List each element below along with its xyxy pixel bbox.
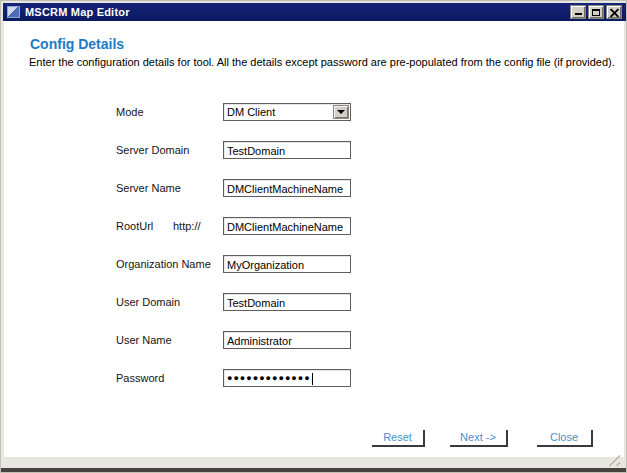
close-window-button[interactable] bbox=[606, 5, 622, 19]
close-button[interactable]: Close bbox=[537, 430, 593, 447]
server-domain-label: Server Domain bbox=[116, 144, 189, 156]
password-input[interactable]: ●●●●●●●●●●●●● bbox=[223, 369, 351, 387]
text-caret bbox=[312, 373, 313, 385]
title-bar: MSCRM Map Editor bbox=[3, 3, 626, 21]
app-window: MSCRM Map Editor Config Details Enter th… bbox=[0, 0, 627, 473]
mode-selected-value: DM Client bbox=[227, 106, 275, 118]
mode-dropdown[interactable]: DM Client bbox=[223, 103, 351, 121]
user-name-input[interactable] bbox=[223, 331, 351, 349]
organization-name-label: Organization Name bbox=[116, 258, 211, 270]
app-icon bbox=[7, 6, 20, 18]
window-title: MSCRM Map Editor bbox=[25, 6, 130, 18]
page-title: Config Details bbox=[30, 36, 124, 52]
rooturl-label: RootUrl bbox=[116, 220, 153, 232]
password-label: Password bbox=[116, 372, 164, 384]
server-domain-input[interactable] bbox=[223, 141, 351, 159]
mode-label: Mode bbox=[116, 106, 144, 118]
minimize-icon bbox=[575, 13, 582, 15]
window-controls bbox=[570, 5, 622, 19]
password-masked-value: ●●●●●●●●●●●●● bbox=[227, 374, 311, 383]
server-name-input[interactable] bbox=[223, 179, 351, 197]
user-domain-label: User Domain bbox=[116, 296, 180, 308]
user-domain-input[interactable] bbox=[223, 293, 351, 311]
server-name-label: Server Name bbox=[116, 182, 181, 194]
close-icon bbox=[610, 8, 619, 17]
chevron-down-icon bbox=[337, 110, 345, 114]
maximize-button[interactable] bbox=[588, 5, 604, 19]
next-button[interactable]: Next -> bbox=[450, 430, 508, 447]
rooturl-prefix: http:// bbox=[173, 220, 201, 232]
maximize-icon bbox=[592, 9, 600, 16]
rooturl-input[interactable] bbox=[223, 217, 351, 235]
page-description: Enter the configuration details for tool… bbox=[29, 56, 615, 68]
window-bottom-edge bbox=[1, 468, 627, 472]
minimize-button[interactable] bbox=[570, 5, 586, 19]
client-area bbox=[4, 21, 624, 457]
mode-dropdown-button[interactable] bbox=[333, 105, 349, 119]
reset-button[interactable]: Reset bbox=[372, 430, 425, 447]
organization-name-input[interactable] bbox=[223, 255, 351, 273]
user-name-label: User Name bbox=[116, 334, 172, 346]
